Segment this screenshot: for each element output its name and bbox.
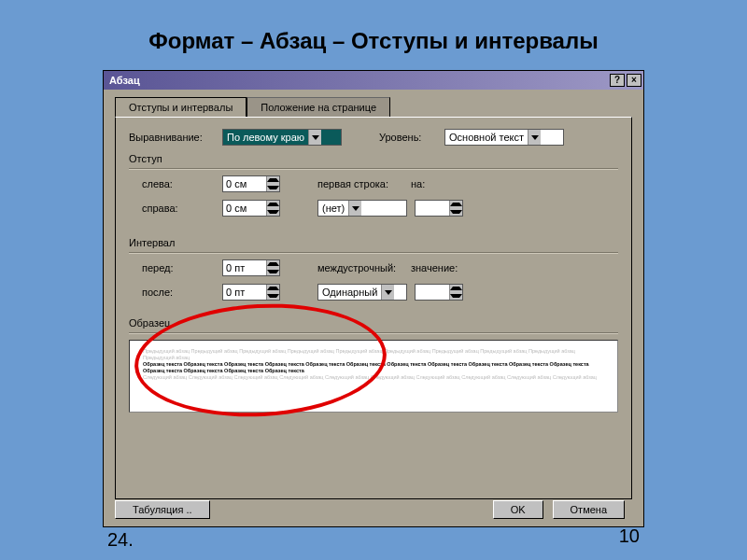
dialog-title: Абзац — [109, 75, 610, 86]
indent-left-spinner[interactable] — [222, 175, 280, 192]
spin-up-icon[interactable] — [267, 176, 279, 184]
paragraph-dialog: Абзац ? × Отступы и интервалы Положение … — [103, 70, 644, 527]
indent-right-label: справа: — [142, 203, 222, 214]
help-button[interactable]: ? — [610, 74, 625, 87]
spacing-group: Интервал — [129, 237, 618, 248]
divider — [129, 332, 618, 334]
tab-indents[interactable]: Отступы и интервалы — [115, 97, 247, 117]
tab-panel: Выравнивание: По левому краю Уровень: Ос… — [115, 117, 632, 499]
tab-pageflow[interactable]: Положение на странице — [247, 97, 390, 117]
page-num-left: 24. — [107, 529, 134, 551]
chevron-down-icon[interactable] — [381, 285, 394, 300]
indent-left-label: слева: — [142, 178, 222, 189]
level-label: Уровень: — [379, 132, 444, 143]
slide-title: Формат – Абзац – Отступы и интервалы — [0, 28, 747, 54]
alignment-label: Выравнивание: — [129, 132, 222, 143]
close-button[interactable]: × — [627, 74, 641, 87]
level-select[interactable]: Основной текст — [444, 129, 564, 146]
alignment-value: По левому краю — [227, 132, 304, 143]
spin-down-icon[interactable] — [267, 268, 279, 275]
indent-left-input[interactable] — [223, 176, 266, 191]
before-label: перед: — [142, 262, 222, 273]
firstline-value: (нет) — [322, 203, 345, 214]
alignment-select[interactable]: По левому краю — [222, 129, 342, 146]
tabs-button[interactable]: Табуляция .. — [115, 500, 210, 519]
after-input[interactable] — [223, 285, 266, 300]
page-num-right: 10 — [619, 525, 640, 547]
firstline-by-input[interactable] — [416, 201, 449, 216]
spin-up-icon[interactable] — [450, 285, 462, 292]
spin-up-icon[interactable] — [267, 201, 279, 208]
before-input[interactable] — [223, 260, 266, 275]
ok-button[interactable]: OK — [493, 500, 543, 519]
indent-group: Отступ — [129, 153, 618, 164]
preview-sample: Образец текста Образец текста Образец те… — [143, 361, 604, 374]
divider — [129, 252, 618, 254]
linespacing-at-label: значение: — [411, 262, 467, 273]
firstline-by-label: на: — [411, 178, 458, 189]
firstline-label: первая строка: — [317, 178, 411, 189]
spin-up-icon[interactable] — [267, 285, 279, 292]
spin-down-icon[interactable] — [267, 184, 279, 191]
preview-label: Образец — [129, 317, 618, 329]
preview-grey: Следующий абзац Следующий абзац Следующи… — [143, 374, 604, 381]
after-spinner[interactable] — [222, 284, 280, 301]
spin-down-icon[interactable] — [450, 208, 462, 216]
spin-down-icon[interactable] — [267, 292, 279, 300]
before-spinner[interactable] — [222, 259, 280, 276]
spin-up-icon[interactable] — [450, 201, 462, 208]
linespacing-at-input[interactable] — [416, 285, 449, 300]
chevron-down-icon[interactable] — [308, 130, 321, 145]
linespacing-select[interactable]: Одинарный — [317, 284, 407, 301]
level-value: Основной текст — [449, 132, 524, 143]
chevron-down-icon[interactable] — [348, 201, 361, 216]
preview-grey: Предыдущий абзац Предыдущий абзац Предыд… — [143, 348, 604, 361]
spin-up-icon[interactable] — [267, 260, 279, 268]
divider — [129, 168, 618, 170]
linespacing-value: Одинарный — [322, 287, 377, 298]
chevron-down-icon[interactable] — [528, 130, 541, 145]
linespacing-at-spinner[interactable] — [415, 284, 463, 301]
firstline-by-spinner[interactable] — [415, 200, 463, 217]
after-label: после: — [142, 287, 222, 298]
indent-right-input[interactable] — [223, 201, 266, 216]
linespacing-label: междустрочный: — [317, 262, 411, 273]
spin-down-icon[interactable] — [267, 208, 279, 216]
preview-pane: Предыдущий абзац Предыдущий абзац Предыд… — [129, 340, 618, 413]
spin-down-icon[interactable] — [450, 292, 462, 300]
cancel-button[interactable]: Отмена — [553, 500, 625, 519]
tabs: Отступы и интервалы Положение на страниц… — [115, 97, 632, 117]
titlebar: Абзац ? × — [104, 71, 643, 90]
firstline-select[interactable]: (нет) — [317, 200, 407, 217]
indent-right-spinner[interactable] — [222, 200, 280, 217]
